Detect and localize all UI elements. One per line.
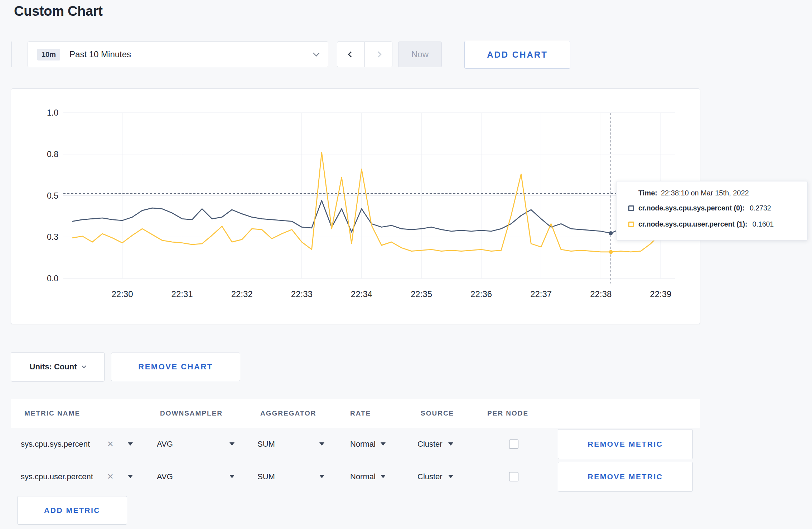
metric-name-value: sys.cpu.user.percent: [21, 472, 93, 481]
x-axis-label: 22:31: [171, 289, 193, 299]
rate-select[interactable]: Normal: [350, 472, 386, 481]
metric-name-select[interactable]: sys.cpu.sys.percent ✕: [21, 440, 139, 449]
caret-down-icon: [319, 475, 324, 478]
series-line: [72, 200, 671, 233]
crosshair-point: [609, 250, 613, 254]
per-node-checkbox[interactable]: [509, 440, 518, 449]
x-axis-label: 22:37: [530, 289, 552, 299]
source-value: Cluster: [417, 472, 443, 481]
x-axis-label: 22:30: [111, 289, 133, 299]
x-axis-label: 22:33: [291, 289, 313, 299]
tooltip-series-value: 0.2732: [750, 204, 771, 212]
add-metric-button[interactable]: ADD METRIC: [17, 496, 127, 525]
tooltip-time-value: 22:38:10 on Mar 15th, 2022: [661, 189, 749, 197]
tooltip-series-name: cr.node.sys.cpu.user.percent (1):: [638, 220, 748, 228]
chevron-down-icon: [313, 50, 319, 56]
x-axis-label: 22:35: [411, 289, 432, 299]
caret-down-icon: [319, 442, 324, 446]
chevron-down-icon: [82, 364, 87, 368]
aggregator-value: SUM: [257, 472, 275, 481]
toolbar-divider: [11, 42, 12, 67]
source-select[interactable]: Cluster: [417, 440, 453, 449]
column-header-rate: RATE: [350, 409, 371, 417]
remove-metric-button[interactable]: REMOVE METRIC: [558, 462, 693, 492]
time-range-selector[interactable]: 10m Past 10 Minutes: [28, 42, 328, 67]
page-title: Custom Chart: [14, 4, 103, 19]
y-axis-label: 1.0: [47, 108, 58, 117]
remove-chart-button[interactable]: REMOVE CHART: [111, 353, 240, 381]
remove-metric-button[interactable]: REMOVE METRIC: [558, 429, 693, 459]
caret-down-icon: [448, 475, 453, 478]
downsampler-value: AVG: [157, 440, 173, 449]
y-axis-label: 0.3: [47, 232, 58, 242]
series-sys-swatch-icon: [628, 205, 634, 211]
y-axis-label: 0.5: [47, 191, 58, 200]
column-header-per-node: PER NODE: [487, 409, 528, 417]
chart-plot[interactable]: 0.00.30.50.81.022:3022:3122:3222:3322:34…: [11, 89, 701, 325]
clear-metric-icon[interactable]: ✕: [107, 472, 113, 481]
time-nav-group: [337, 42, 392, 67]
caret-down-icon: [229, 442, 235, 446]
column-header-downsampler: DOWNSAMPLER: [160, 409, 223, 417]
units-select-button[interactable]: Units: Count: [11, 352, 105, 382]
units-label: Units: Count: [30, 362, 77, 372]
caret-down-icon: [128, 442, 133, 446]
tooltip-time-row: Time: 22:38:10 on Mar 15th, 2022: [638, 186, 800, 200]
time-range-label: Past 10 Minutes: [69, 49, 131, 59]
aggregator-value: SUM: [257, 440, 275, 449]
y-axis-label: 0.0: [47, 274, 58, 283]
tooltip-series-value: 0.1601: [753, 220, 774, 228]
x-axis-label: 22:38: [590, 289, 612, 299]
chevron-left-icon: [348, 52, 354, 58]
caret-down-icon: [381, 475, 386, 478]
source-value: Cluster: [417, 440, 443, 449]
metric-row: sys.cpu.sys.percent ✕ AVG SUM Normal Clu…: [11, 428, 700, 460]
metrics-table-header: METRIC NAME DOWNSAMPLER AGGREGATOR RATE …: [11, 399, 700, 428]
per-node-cell: [509, 472, 518, 481]
rate-value: Normal: [350, 440, 376, 449]
y-axis-label: 0.8: [47, 150, 58, 159]
tooltip-time-label: Time:: [638, 189, 657, 197]
now-button[interactable]: Now: [398, 42, 442, 67]
caret-down-icon: [229, 475, 235, 478]
tooltip-series-row: cr.node.sys.cpu.user.percent (1): 0.1601: [628, 216, 800, 232]
x-axis-label: 22:39: [650, 289, 671, 299]
prev-range-button[interactable]: [337, 42, 365, 67]
tooltip-series-name: cr.node.sys.cpu.sys.percent (0):: [638, 204, 745, 212]
chart-card: 0.00.30.50.81.022:3022:3122:3222:3322:34…: [11, 88, 700, 324]
crosshair-point: [609, 231, 613, 235]
custom-chart-page: Custom Chart 10m Past 10 Minutes Now ADD…: [0, 0, 812, 529]
caret-down-icon: [448, 442, 453, 446]
chevron-right-icon: [376, 52, 382, 58]
metric-name-value: sys.cpu.sys.percent: [21, 440, 90, 449]
chart-tooltip: Time: 22:38:10 on Mar 15th, 2022 cr.node…: [616, 181, 808, 241]
caret-down-icon: [381, 442, 386, 446]
add-chart-button[interactable]: ADD CHART: [464, 41, 570, 69]
x-axis-label: 22:36: [470, 289, 492, 299]
source-select[interactable]: Cluster: [417, 472, 453, 481]
downsampler-value: AVG: [157, 472, 173, 481]
next-range-button[interactable]: [364, 42, 392, 67]
series-user-swatch-icon: [628, 222, 634, 227]
clear-metric-icon[interactable]: ✕: [107, 440, 113, 449]
rate-select[interactable]: Normal: [350, 440, 386, 449]
x-axis-label: 22:32: [231, 289, 253, 299]
metric-row: sys.cpu.user.percent ✕ AVG SUM Normal Cl…: [11, 460, 700, 493]
rate-value: Normal: [350, 472, 376, 481]
x-axis-label: 22:34: [351, 289, 372, 299]
per-node-cell: [509, 440, 518, 449]
column-header-aggregator: AGGREGATOR: [260, 409, 316, 417]
caret-down-icon: [128, 475, 133, 478]
column-header-metric-name: METRIC NAME: [24, 409, 80, 417]
tooltip-series-row: cr.node.sys.cpu.sys.percent (0): 0.2732: [628, 200, 800, 216]
metric-name-select[interactable]: sys.cpu.user.percent ✕: [21, 472, 139, 481]
column-header-source: SOURCE: [421, 409, 454, 417]
per-node-checkbox[interactable]: [509, 472, 518, 481]
time-range-badge: 10m: [37, 49, 60, 60]
